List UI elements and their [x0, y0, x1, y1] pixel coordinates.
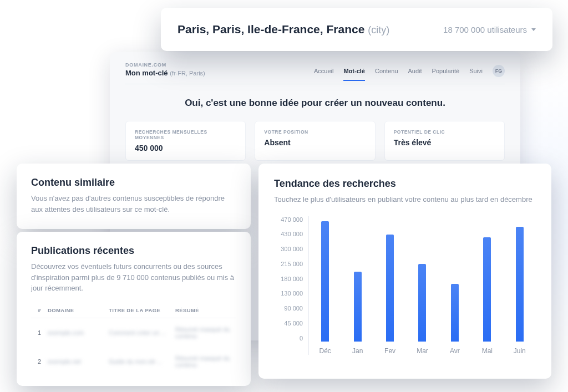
- x-tick: Fev: [374, 347, 406, 355]
- insight-headline: Oui, c'est une bonne idée pour créer un …: [125, 98, 505, 109]
- card-title: Contenu similaire: [31, 177, 236, 189]
- nav-accueil[interactable]: Accueil: [314, 68, 333, 74]
- chart-bar[interactable]: [418, 264, 426, 341]
- x-tick: Déc: [309, 347, 341, 355]
- metric-position: VOTRE POSITION Absent: [255, 121, 375, 161]
- search-trend-card: Tendance des recherches Touchez le plus …: [258, 164, 551, 379]
- card-title: Tendance des recherches: [274, 178, 536, 190]
- domain-label: DOMAINE.COM: [125, 62, 205, 68]
- chart-bar[interactable]: [386, 235, 394, 341]
- avatar[interactable]: FG: [493, 65, 505, 77]
- x-tick: Avr: [439, 347, 471, 355]
- metric-value: Très élevé: [394, 138, 495, 147]
- metric-potential: POTENTIEL DE CLIC Très élevé: [384, 121, 505, 161]
- nav-popularite[interactable]: Popularité: [432, 68, 460, 74]
- card-desc: Touchez le plus d'utilisateurs en publia…: [274, 194, 536, 205]
- y-tick: 90 000: [274, 305, 303, 312]
- chart-bar[interactable]: [321, 221, 329, 341]
- chart-y-axis: 470 000430 000300 000215 000180 000130 0…: [274, 216, 308, 355]
- table-row[interactable]: 1 exemple.com Comment créer un ... Résum…: [31, 318, 236, 347]
- card-desc: Découvrez vos éventuels futurs concurren…: [31, 261, 236, 294]
- chevron-down-icon: [531, 28, 536, 31]
- nav-motcle[interactable]: Mot-clé: [343, 68, 365, 81]
- publications-table: # DOMAINE TITRE DE LA PAGE RÉSUMÉ 1 exem…: [31, 303, 236, 376]
- keyword-title: Mon mot-clé (fr-FR, Paris): [125, 69, 205, 77]
- y-tick: 215 000: [274, 261, 303, 267]
- chart-x-axis: DécJanFevMarAvrMaiJuin: [309, 347, 536, 355]
- nav-suivi[interactable]: Suivi: [469, 68, 483, 74]
- x-tick: Mar: [406, 347, 438, 355]
- y-tick: 180 000: [274, 276, 303, 282]
- users-dropdown[interactable]: 18 700 000 utilisateurs: [443, 25, 536, 34]
- card-desc: Vous n'avez pas d'autres contenus suscep…: [31, 193, 236, 215]
- publications-card: Publications récentes Découvrez vos éven…: [17, 232, 251, 386]
- y-tick: 0: [274, 335, 303, 342]
- table-row[interactable]: 2 exemple.net Guide du mot-clé ... Résum…: [31, 347, 236, 376]
- chart-plot: DécJanFevMarAvrMaiJuin: [308, 216, 536, 355]
- y-tick: 45 000: [274, 320, 303, 327]
- metric-value: Absent: [264, 138, 366, 147]
- chart-bar[interactable]: [483, 237, 491, 342]
- main-nav: Accueil Mot-clé Contenu Audit Popularité…: [314, 65, 505, 77]
- y-tick: 300 000: [274, 246, 303, 252]
- chart-area: 470 000430 000300 000215 000180 000130 0…: [274, 216, 536, 355]
- dashboard-header: DOMAINE.COM Mon mot-clé (fr-FR, Paris) A…: [125, 62, 505, 84]
- metric-label: RECHERCHES MENSUELLES MOYENNES: [135, 129, 236, 140]
- nav-audit[interactable]: Audit: [408, 68, 422, 74]
- table-header: # DOMAINE TITRE DE LA PAGE RÉSUMÉ: [31, 303, 236, 318]
- x-tick: Jan: [341, 347, 373, 355]
- metric-value: 450 000: [135, 144, 236, 152]
- metric-label: VOTRE POSITION: [264, 129, 366, 135]
- x-tick: Mai: [471, 347, 503, 355]
- metric-searches: RECHERCHES MENSUELLES MOYENNES 450 000: [125, 121, 246, 161]
- nav-contenu[interactable]: Contenu: [375, 68, 398, 74]
- card-title: Publications récentes: [31, 245, 236, 257]
- y-tick: 130 000: [274, 290, 303, 297]
- metric-label: POTENTIEL DE CLIC: [394, 129, 495, 135]
- y-tick: 430 000: [274, 231, 303, 237]
- y-tick: 470 000: [274, 216, 303, 223]
- x-tick: Juin: [504, 347, 536, 355]
- chart-bar[interactable]: [451, 284, 459, 341]
- similar-content-card: Contenu similaire Vous n'avez pas d'autr…: [17, 164, 251, 229]
- chart-bar[interactable]: [516, 227, 524, 342]
- location-name: Paris, Paris, Ile-de-France, France (cit…: [178, 23, 389, 36]
- chart-bar[interactable]: [354, 272, 362, 341]
- location-selector-card: Paris, Paris, Ile-de-France, France (cit…: [161, 8, 552, 51]
